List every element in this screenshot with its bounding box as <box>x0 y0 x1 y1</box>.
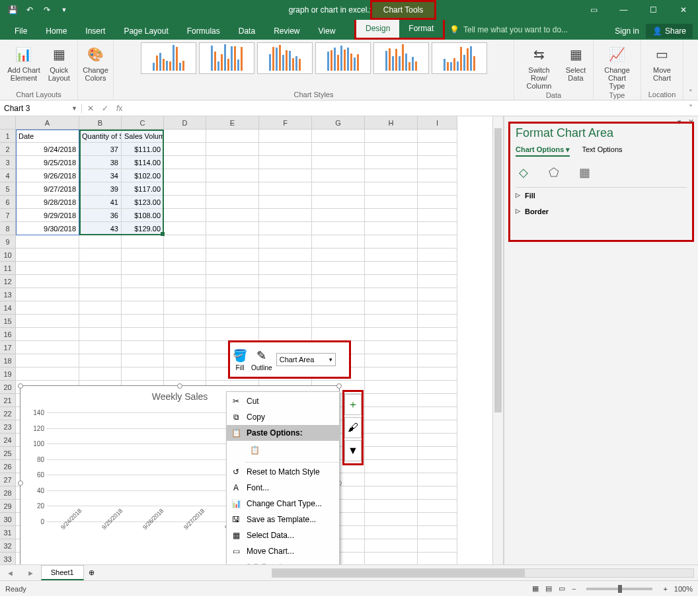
tab-formulas[interactable]: Formulas <box>178 22 229 40</box>
cell[interactable] <box>164 249 206 262</box>
row-header[interactable]: 23 <box>0 420 16 434</box>
cell[interactable] <box>164 130 206 143</box>
col-header[interactable]: E <box>206 116 259 130</box>
tab-file[interactable]: File <box>5 22 36 40</box>
cell[interactable] <box>206 249 259 262</box>
ribbon-options-icon[interactable]: ▭ <box>579 0 609 20</box>
qat-customize-icon[interactable]: ▼ <box>57 3 71 17</box>
cell[interactable] <box>79 367 122 381</box>
cell[interactable] <box>418 500 457 513</box>
cell[interactable] <box>418 354 457 367</box>
cell[interactable] <box>418 130 457 143</box>
cell[interactable]: $129.00 <box>122 222 164 235</box>
mini-outline-button[interactable]: ✎ Outline <box>251 348 272 371</box>
row-header[interactable]: 5 <box>0 182 16 196</box>
cell[interactable]: 38 <box>79 156 122 169</box>
cell[interactable] <box>16 354 79 367</box>
cell[interactable] <box>365 143 418 156</box>
cell[interactable]: $114.00 <box>122 156 164 169</box>
cell[interactable] <box>16 235 79 249</box>
cell[interactable] <box>312 328 365 341</box>
cell[interactable] <box>418 275 457 288</box>
cell[interactable]: 37 <box>79 143 122 156</box>
cell[interactable] <box>312 222 365 235</box>
cell[interactable] <box>122 328 164 341</box>
cell[interactable] <box>365 394 418 407</box>
row-header[interactable]: 32 <box>0 539 16 553</box>
tab-insert[interactable]: Insert <box>76 22 114 40</box>
cell[interactable] <box>259 328 312 341</box>
cell[interactable] <box>122 262 164 275</box>
cell[interactable] <box>164 341 206 354</box>
switch-row-column-button[interactable]: ⇆ Switch Row/ Column <box>518 42 560 91</box>
row-header[interactable]: 13 <box>0 288 16 301</box>
col-header[interactable]: C <box>122 116 164 130</box>
row-header[interactable]: 3 <box>0 156 16 169</box>
cell[interactable]: $108.00 <box>122 209 164 222</box>
cell[interactable]: $117.00 <box>122 182 164 196</box>
cell[interactable] <box>365 182 418 196</box>
cell[interactable] <box>312 262 365 275</box>
cell[interactable] <box>365 301 418 315</box>
vertical-scrollbar[interactable] <box>492 116 503 564</box>
cell[interactable] <box>122 341 164 354</box>
col-header[interactable]: G <box>312 116 365 130</box>
cell[interactable] <box>259 196 312 209</box>
row-header[interactable]: 25 <box>0 447 16 460</box>
cell[interactable] <box>122 275 164 288</box>
cell[interactable] <box>418 262 457 275</box>
redo-icon[interactable]: ↷ <box>40 3 54 17</box>
fill-handle[interactable] <box>161 232 165 236</box>
chart-style-thumb[interactable] <box>257 42 313 74</box>
change-chart-type-button[interactable]: 📈 Change Chart Type <box>598 42 637 91</box>
cell[interactable]: $123.00 <box>122 196 164 209</box>
cell[interactable] <box>16 367 79 381</box>
cell[interactable]: Quantity of Sale <box>79 130 122 143</box>
cell[interactable] <box>164 235 206 249</box>
collapse-ribbon-icon[interactable]: ˄ <box>689 89 693 97</box>
cell[interactable] <box>418 169 457 182</box>
cell[interactable] <box>365 328 418 341</box>
cell[interactable] <box>122 301 164 315</box>
chart-elements-button[interactable]: ＋ <box>344 394 362 415</box>
row-header[interactable]: 29 <box>0 500 16 513</box>
row-header[interactable]: 10 <box>0 249 16 262</box>
cell[interactable] <box>16 341 79 354</box>
row-header[interactable]: 33 <box>0 553 16 564</box>
cell[interactable]: 9/28/2018 <box>16 196 79 209</box>
chart-style-thumb[interactable] <box>315 42 371 74</box>
fx-icon[interactable]: fx <box>116 104 122 113</box>
row-header[interactable]: 4 <box>0 169 16 182</box>
cell[interactable] <box>164 156 206 169</box>
cell[interactable] <box>312 301 365 315</box>
cell[interactable] <box>16 249 79 262</box>
border-section[interactable]: Border <box>516 204 687 219</box>
cell[interactable] <box>122 315 164 328</box>
chart-style-gallery[interactable] <box>141 42 487 91</box>
row-header[interactable]: 24 <box>0 434 16 447</box>
cell[interactable] <box>164 262 206 275</box>
row-header[interactable]: 17 <box>0 341 16 354</box>
row-header[interactable]: 22 <box>0 407 16 420</box>
cell[interactable] <box>122 354 164 367</box>
cell[interactable] <box>418 513 457 526</box>
cell[interactable] <box>312 130 365 143</box>
cell[interactable] <box>365 500 418 513</box>
row-header[interactable]: 15 <box>0 315 16 328</box>
cell[interactable] <box>365 526 418 539</box>
maximize-icon[interactable]: ☐ <box>639 0 668 20</box>
col-header[interactable]: D <box>164 116 206 130</box>
cell[interactable]: 9/25/2018 <box>16 156 79 169</box>
cell[interactable]: $111.00 <box>122 143 164 156</box>
cell[interactable]: 41 <box>79 196 122 209</box>
cancel-formula-icon[interactable]: ✕ <box>87 104 94 113</box>
cell[interactable] <box>164 367 206 381</box>
chart-style-thumb[interactable] <box>141 42 196 74</box>
horizontal-scrollbar[interactable] <box>272 568 694 578</box>
cell[interactable] <box>365 209 418 222</box>
cell[interactable] <box>206 169 259 182</box>
page-layout-view-icon[interactable]: ▤ <box>545 584 552 593</box>
cell[interactable] <box>164 209 206 222</box>
col-header[interactable]: I <box>418 116 457 130</box>
tab-home[interactable]: Home <box>36 22 76 40</box>
